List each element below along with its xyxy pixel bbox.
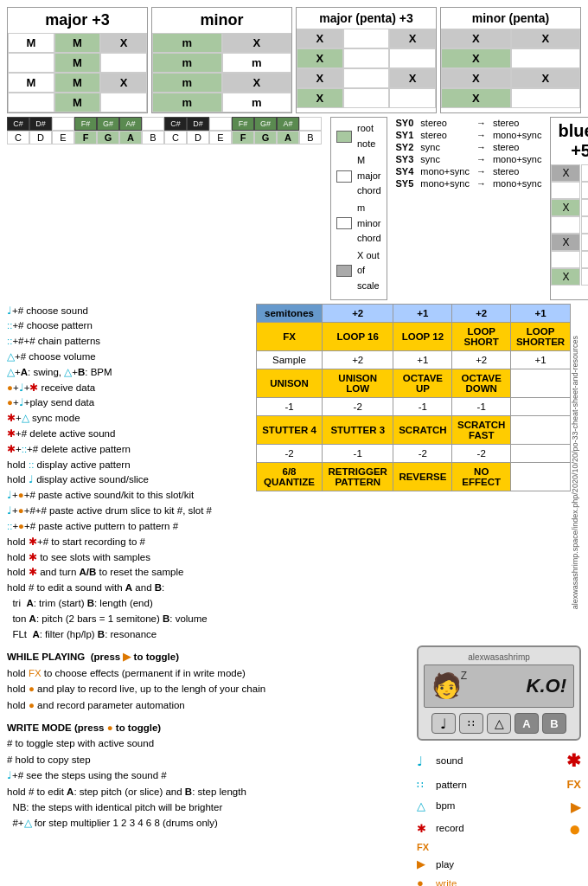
empty-cell	[511, 462, 571, 491]
sync-arrow: →	[473, 165, 489, 177]
cell: m	[152, 33, 222, 53]
sync-mode: stereo	[417, 129, 473, 141]
key-f2: F	[232, 131, 254, 144]
cell: X	[222, 33, 292, 53]
swatch-green	[336, 131, 352, 143]
fx-cell: OCTAVEUP	[393, 369, 452, 397]
key-a2: A	[277, 131, 299, 144]
url-text: alexwasashrimp.space/index.php/2020/10/2…	[571, 336, 581, 609]
cell: M	[54, 53, 101, 73]
cell: X	[297, 48, 343, 68]
bpm-label: bpm	[436, 798, 455, 815]
bpm-button[interactable]: △	[487, 713, 511, 734]
key-a-sharp: A#	[119, 117, 142, 131]
legend-box: root note M major chord m minor chord X …	[330, 117, 387, 300]
blues-cell: X	[551, 199, 580, 216]
fx-row: FX LOOP 16 LOOP 12 LOOPSHORT LOOPSHORTER	[257, 322, 571, 350]
shortcut-line: △+A: swing, △+B: BPM	[7, 365, 249, 381]
key-c2: C	[164, 131, 187, 144]
key-g: G	[97, 131, 119, 144]
scale-major3: major +3 M M X M M M X M	[7, 7, 148, 113]
sound-button[interactable]: ♩	[431, 713, 456, 734]
shortcut-line: hold :: display active pattern	[7, 458, 249, 473]
fx-cell: OCTAVEDOWN	[452, 369, 511, 397]
write-label: write	[436, 876, 457, 886]
sync-row-4: SY4 mono+sync → stereo	[393, 165, 546, 177]
blues-cell	[581, 182, 588, 199]
neg-val: -1	[393, 397, 452, 415]
device-user-icon: 🧑Z	[431, 674, 462, 698]
key-empty4	[299, 117, 322, 131]
device-ko-text: K.O!	[527, 675, 566, 697]
sample-label: Sample	[257, 350, 323, 369]
fx-cell: NOEFFECT	[452, 462, 511, 491]
b-button[interactable]: B	[542, 713, 566, 734]
sync-id: SY5	[393, 177, 418, 189]
play-icon-right: ▶	[571, 795, 581, 819]
cell: X	[441, 48, 511, 68]
cell: m	[152, 93, 222, 112]
sync-mode: sync	[417, 141, 473, 153]
pattern-button[interactable]: ∷	[459, 713, 483, 734]
shortcut-line: ::+# choose pattern	[7, 318, 249, 334]
shortcut-line: hold ✱ to see slots with samples	[7, 550, 249, 566]
blues-cell	[581, 164, 588, 182]
cell	[8, 53, 54, 73]
write-mode-line: hold # to edit A: step pitch (or slice) …	[7, 784, 410, 799]
fx-section: semitones +2 +1 +2 +1 FX LOOP 16 LOOP 12…	[256, 304, 571, 643]
key-f: F	[74, 131, 97, 144]
device-screen: 🧑Z K.O!	[424, 664, 574, 708]
cell	[100, 93, 147, 112]
device-buttons: ♩ ∷ △ A B	[424, 713, 574, 734]
sync-row-5: SY5 mono+sync → mono+sync	[393, 177, 546, 189]
write-mode-line: NB: the steps with identical pitch will …	[7, 799, 410, 815]
bottom-text-panel: WHILE PLAYING (press ▶ to toggle) hold F…	[7, 645, 410, 886]
while-playing-line: hold FX to choose effects (permanent if …	[7, 665, 410, 681]
shortcuts-panel: ♩+# choose sound ::+# choose pattern ::+…	[7, 304, 249, 643]
bpm-icon: △	[417, 797, 436, 816]
sample-row: Sample +2 +1 +2 +1	[257, 350, 571, 369]
shortcut-line: hold ♩ display active sound/slice	[7, 472, 249, 488]
sync-result: stereo	[489, 141, 546, 153]
scale-major-penta-title: major (penta) +3	[297, 8, 436, 29]
write-icon: ●	[417, 874, 436, 886]
device-username: alexwasashrimp	[424, 652, 574, 662]
sync-row-0: SY0 stereo → stereo	[393, 117, 546, 129]
a-button[interactable]: A	[514, 713, 539, 734]
empty-cell	[511, 444, 571, 462]
shortcut-line: ●+♩+play send data	[7, 395, 249, 411]
blues-block: blues +5 X X X X	[550, 117, 588, 300]
semitone-val: +2	[323, 304, 393, 322]
fx-cell: STUTTER 4	[257, 415, 323, 444]
blues-cell	[581, 268, 588, 286]
shortcut-line: ✱+△ sync mode	[7, 411, 249, 427]
swatch-white	[336, 170, 352, 183]
z-icon: Z	[461, 671, 467, 681]
legend-minor-label: m minor chord	[357, 201, 381, 247]
cell	[389, 88, 436, 108]
key-b: B	[142, 131, 164, 144]
sample-val: +2	[452, 350, 511, 369]
cell	[343, 48, 390, 68]
cell	[343, 29, 390, 48]
fx-cell: SCRATCH	[393, 415, 452, 444]
key-c-sharp: C#	[7, 117, 29, 131]
white-keys-row: C D E F G A B C D E F G A B	[7, 131, 322, 144]
sound-icon: ♩	[417, 750, 436, 773]
write-mode-line: # hold to copy step	[7, 752, 410, 767]
key-a: A	[119, 131, 142, 144]
cell: M	[54, 93, 101, 112]
sync-row-1: SY1 stereo → mono+sync	[393, 129, 546, 141]
neg-val: -1	[452, 397, 511, 415]
sample-val: +1	[393, 350, 452, 369]
icon-legend: ♩ sound ✱ ∷ pattern FX △ bpm ▶	[417, 746, 581, 886]
scale-minor-penta: minor (penta) X X X X X X	[440, 7, 581, 113]
fx-grid-table: semitones +2 +1 +2 +1 FX LOOP 16 LOOP 12…	[256, 304, 571, 491]
scale-major-penta: major (penta) +3 X X X X X X	[296, 7, 437, 113]
device-preview: alexwasashrimp 🧑Z K.O! ♩ ∷ △ A	[417, 645, 581, 741]
fx-cell: SCRATCHFAST	[452, 415, 511, 444]
blues-cell	[581, 216, 588, 234]
sync-arrow: →	[473, 177, 489, 189]
pattern-icon: ∷	[417, 776, 436, 793]
shortcut-line: hold # to edit a sound with A and B:	[7, 581, 249, 596]
